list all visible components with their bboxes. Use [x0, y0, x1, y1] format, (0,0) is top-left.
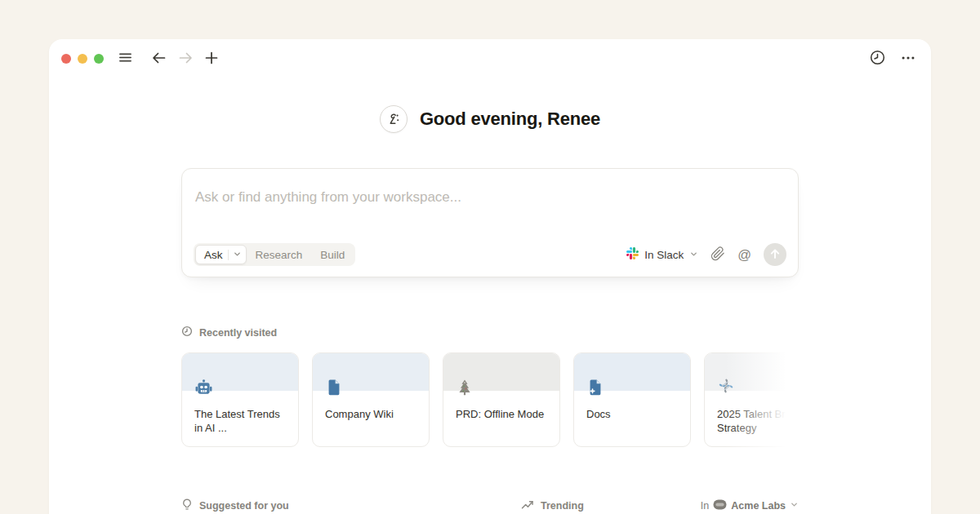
- clock-small-icon: [181, 326, 193, 339]
- at-sign-icon: @: [737, 248, 751, 262]
- recent-card[interactable]: Docs: [573, 352, 691, 447]
- slack-logo-icon: [626, 247, 639, 262]
- window-toolbar: [49, 39, 931, 78]
- suggested-header: Suggested for you: [181, 498, 289, 513]
- greeting-header: Good evening, Renee: [49, 105, 931, 133]
- arrow-up-icon: [769, 248, 781, 262]
- nav-buttons: [114, 47, 223, 70]
- send-button[interactable]: [764, 243, 786, 266]
- plus-icon: [203, 50, 220, 69]
- chevron-down-icon: [233, 249, 242, 261]
- history-button[interactable]: [866, 47, 889, 70]
- document-icon: [325, 379, 344, 397]
- composer-toolbar: Ask Research Build: [194, 243, 786, 266]
- bottom-sections: Suggested for you Trending In: [181, 498, 799, 513]
- search-input[interactable]: [182, 169, 798, 211]
- document-plus-icon: [586, 379, 605, 397]
- arrow-right-icon: [177, 50, 194, 69]
- dna-icon: [717, 379, 736, 397]
- cards-track: The Latest Trends in AI ... Company Wiki: [181, 352, 799, 447]
- trending-section: Trending In Acme Labs: [497, 498, 799, 513]
- trending-icon: [521, 499, 534, 512]
- app-window: Good evening, Renee Ask Researc: [49, 39, 931, 514]
- robot-icon: [194, 379, 213, 397]
- minimize-window-button[interactable]: [78, 54, 87, 64]
- toolbar-right: [866, 47, 920, 70]
- paperclip-icon: [710, 246, 725, 264]
- pine-tree-icon: [456, 379, 474, 397]
- mode-research-button[interactable]: Research: [247, 245, 312, 264]
- composer-right-tools: In Slack @: [626, 243, 786, 266]
- chevron-down-icon: [790, 500, 799, 512]
- recent-card[interactable]: Company Wiki: [312, 352, 430, 447]
- lightbulb-icon: [181, 498, 193, 513]
- new-tab-button[interactable]: [200, 47, 223, 70]
- ask-composer: Ask Research Build: [181, 168, 799, 277]
- workspace-selector[interactable]: In Acme Labs: [701, 499, 799, 512]
- recently-visited-row: The Latest Trends in AI ... Company Wiki: [181, 352, 799, 449]
- sidebar-menu-button[interactable]: [114, 47, 136, 70]
- suggested-section: Suggested for you: [181, 498, 483, 513]
- recent-card[interactable]: The Latest Trends in AI ...: [181, 352, 299, 447]
- ai-face-icon: [380, 105, 408, 133]
- clock-icon: [869, 49, 886, 69]
- workspace-logo-icon: [713, 499, 727, 512]
- window-controls: [61, 54, 104, 64]
- zoom-window-button[interactable]: [94, 54, 104, 64]
- recently-visited-header: Recently visited: [181, 326, 799, 339]
- chevron-down-icon: [689, 249, 698, 261]
- mode-build-button[interactable]: Build: [311, 245, 354, 264]
- page-title: Good evening, Renee: [420, 109, 600, 130]
- trending-header: Trending: [521, 499, 584, 512]
- recent-card[interactable]: PRD: Offline Mode: [443, 352, 560, 447]
- mention-button[interactable]: @: [737, 248, 751, 262]
- back-button[interactable]: [148, 47, 171, 70]
- close-window-button[interactable]: [61, 54, 71, 64]
- recent-card[interactable]: 2025 Talent Brand Strategy: [704, 352, 799, 447]
- more-options-button[interactable]: [897, 47, 920, 70]
- ellipsis-icon: [900, 50, 916, 69]
- attach-file-button[interactable]: [710, 246, 725, 264]
- scope-selector[interactable]: In Slack: [626, 247, 698, 262]
- app-canvas: Good evening, Renee Ask Researc: [0, 0, 980, 514]
- arrow-left-icon: [151, 50, 167, 69]
- forward-button[interactable]: [174, 47, 197, 70]
- mode-switcher: Ask Research Build: [194, 243, 355, 266]
- mode-ask-button[interactable]: Ask: [195, 245, 247, 264]
- menu-icon: [118, 50, 133, 68]
